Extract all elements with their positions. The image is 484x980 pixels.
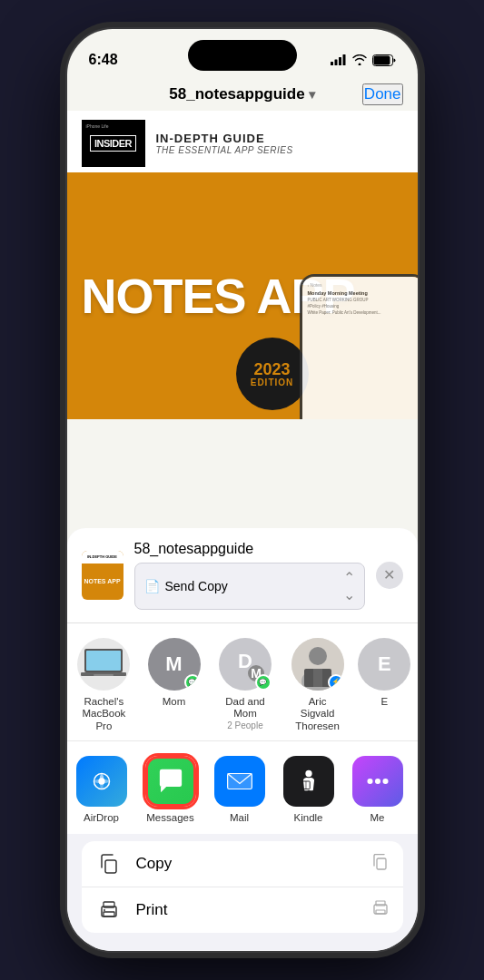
messages-badge-icon-dadmom: 💬 xyxy=(259,679,267,686)
done-button[interactable]: Done xyxy=(362,83,403,105)
wifi-icon xyxy=(352,54,367,65)
edition-year: 2023 xyxy=(253,361,290,377)
svg-rect-14 xyxy=(313,669,322,687)
share-sheet: IN-DEPTH GUIDE NOTES APP 58_notesappguid… xyxy=(67,528,418,951)
contact-avatar-mom: M 💬 xyxy=(148,638,201,691)
app-icon-more xyxy=(352,756,403,807)
phone-screen-sub-3: White Paper: Public Art's Development... xyxy=(308,310,418,315)
nav-title-text: 58_notesappguide xyxy=(169,85,304,103)
contact-name-aric: Aric SigvaldThoresen xyxy=(294,696,341,733)
insider-logo: iPhone Life INSIDER xyxy=(82,120,145,167)
app-item-more[interactable]: Me xyxy=(343,756,412,823)
copy-right-svg xyxy=(372,854,389,870)
app-icon-messages xyxy=(145,756,196,807)
send-copy-label: Send Copy xyxy=(165,579,228,593)
share-thumb-brand: IN-DEPTH GUIDE xyxy=(87,554,117,559)
svg-rect-33 xyxy=(376,910,385,914)
share-thumb-title: NOTES APP xyxy=(84,578,120,585)
app-icon-kindle xyxy=(283,756,334,807)
type-chevron-icon: ⌃⌄ xyxy=(343,569,355,603)
insider-header: iPhone Life INSIDER IN-DEPTH GUIDE THE E… xyxy=(67,111,418,172)
contact-avatar-aric: ⚡ xyxy=(291,638,344,691)
notes-title-area: NOTES APP 2023 EDITION ‹ Notes Monday Mo… xyxy=(67,172,418,419)
print-svg xyxy=(99,900,119,920)
svg-rect-9 xyxy=(94,674,114,676)
copy-right-icon xyxy=(372,854,389,874)
svg-rect-7 xyxy=(86,651,121,671)
mail-svg xyxy=(224,766,255,797)
print-right-icon xyxy=(372,900,389,920)
action-rows: Copy xyxy=(82,841,403,933)
action-row-copy[interactable]: Copy xyxy=(82,841,403,887)
app-label-airdrop: AirDrop xyxy=(84,812,119,823)
copy-icon xyxy=(96,854,122,874)
contact-item-e[interactable]: E E xyxy=(351,638,418,733)
action-copy-label: Copy xyxy=(136,855,358,873)
messages-badge-dadmom: 💬 xyxy=(255,674,272,691)
edition-badge: 2023 EDITION xyxy=(236,338,309,410)
mom-initial: M xyxy=(165,652,182,676)
svg-point-24 xyxy=(382,779,388,784)
contact-item-dad-mom[interactable]: D M 💬 Dad and Mom 2 People xyxy=(207,638,283,733)
messenger-badge-aric: ⚡ xyxy=(328,674,344,691)
contact-item-macbook[interactable]: Rachel'sMacBook Pro xyxy=(67,638,142,733)
app-item-kindle[interactable]: Kindle xyxy=(274,756,343,823)
contact-item-aric[interactable]: ⚡ Aric SigvaldThoresen xyxy=(283,638,351,733)
contact-name-dadmom: Dad and Mom xyxy=(218,696,272,721)
svg-rect-25 xyxy=(105,860,116,873)
phone-screen-sub-2: #Policy #Housing xyxy=(308,304,418,309)
svg-point-11 xyxy=(309,647,327,665)
svg-rect-3 xyxy=(342,54,345,65)
svg-point-30 xyxy=(104,909,105,911)
print-icon xyxy=(96,900,122,920)
status-time: 6:48 xyxy=(89,52,118,68)
share-thumbnail: IN-DEPTH GUIDE NOTES APP xyxy=(82,551,123,600)
app-label-kindle: Kindle xyxy=(294,812,323,823)
phone-frame: 6:48 xyxy=(65,27,420,953)
nav-bar: 58_notesappguide ▾ Done xyxy=(67,78,418,111)
app-item-messages[interactable]: Messages xyxy=(136,756,205,823)
contact-name-mom: Mom xyxy=(163,696,186,709)
messages-badge-icon-mom: 💬 xyxy=(188,679,196,686)
close-icon: ✕ xyxy=(383,568,395,583)
svg-rect-0 xyxy=(331,62,333,65)
svg-point-19 xyxy=(305,770,311,777)
share-close-button[interactable]: ✕ xyxy=(376,562,403,589)
contact-item-mom[interactable]: M 💬 Mom xyxy=(141,638,207,733)
book-cover: iPhone Life INSIDER IN-DEPTH GUIDE THE E… xyxy=(67,111,418,419)
app-label-mail: Mail xyxy=(230,812,249,823)
contact-avatar-macbook xyxy=(77,638,130,691)
action-row-print[interactable]: Print xyxy=(82,887,403,933)
insider-logo-text: INSIDER xyxy=(90,135,136,152)
messages-svg xyxy=(155,766,186,797)
print-right-svg xyxy=(372,900,389,916)
app-item-mail[interactable]: Mail xyxy=(205,756,274,823)
edition-label: EDITION xyxy=(251,377,294,387)
svg-point-22 xyxy=(367,779,372,784)
nav-title: 58_notesappguide ▾ xyxy=(169,85,314,103)
svg-rect-1 xyxy=(334,60,337,66)
kindle-svg xyxy=(293,766,324,797)
contact-name-macbook: Rachel'sMacBook Pro xyxy=(78,696,131,733)
action-print-label: Print xyxy=(136,901,358,919)
phone-screen-sub-1: PUBLIC ART WORKING GROUP xyxy=(308,298,418,302)
contacts-row: Rachel'sMacBook Pro M 💬 Mom xyxy=(67,623,418,741)
phone-screen-item-1: Monday Morning Meeting xyxy=(308,290,418,296)
messenger-badge-icon: ⚡ xyxy=(331,678,341,686)
macbook-icon xyxy=(77,638,130,691)
app-item-airdrop[interactable]: AirDrop xyxy=(67,756,136,823)
airdrop-svg xyxy=(86,766,117,797)
phone-screen-header: ‹ Notes xyxy=(308,282,418,288)
file-icon: 📄 xyxy=(144,579,160,593)
copy-svg xyxy=(99,854,119,874)
app-icon-airdrop xyxy=(76,756,127,807)
contact-avatar-e: E xyxy=(358,638,410,691)
svg-rect-26 xyxy=(377,858,386,869)
signal-icon xyxy=(331,54,347,65)
essential-label: THE ESSENTIAL APP SERIES xyxy=(156,145,403,155)
share-info: 58_notesappguide 📄 Send Copy ⌃⌄ xyxy=(134,541,365,610)
nav-chevron-icon[interactable]: ▾ xyxy=(309,87,315,102)
app-icon-mail xyxy=(214,756,265,807)
svg-rect-5 xyxy=(373,55,390,64)
share-type-row[interactable]: 📄 Send Copy ⌃⌄ xyxy=(134,563,365,610)
